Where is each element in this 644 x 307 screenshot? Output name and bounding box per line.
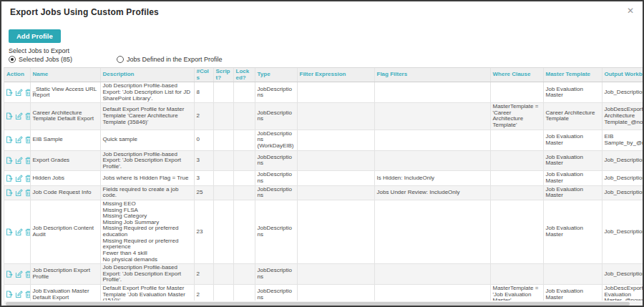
- cell-flag-filters: [374, 150, 490, 171]
- cell-script: [213, 185, 233, 200]
- cell-where-clause: [490, 150, 543, 171]
- cell-script: [213, 264, 233, 285]
- cell-name: Job Description Export Profile: [30, 264, 100, 285]
- cell-description: Fields required to create a job code.: [100, 185, 194, 200]
- table-row: Career Architecture Template Default Exp…: [4, 103, 643, 130]
- cell-locked: [233, 150, 255, 171]
- delete-icon[interactable]: [24, 291, 30, 298]
- copy-icon[interactable]: [6, 271, 14, 278]
- delete-icon[interactable]: [24, 271, 30, 278]
- table-row: Job Description Export ProfileJob Descri…: [4, 264, 643, 285]
- cell-action: [4, 82, 30, 103]
- column-header-master-template[interactable]: Master Template: [543, 68, 602, 82]
- copy-icon[interactable]: [6, 89, 14, 97]
- cell-master-template: Job Evaluation Master: [543, 130, 602, 150]
- export-jobs-dialog: Export Jobs Using Custom Profiles ✕ Add …: [0, 0, 644, 307]
- profiles-table: ActionNameDescription#ColsScript?Locked?…: [4, 68, 643, 301]
- edit-icon[interactable]: [15, 136, 23, 144]
- table-row: _Static View Access URL ReportJob Descri…: [4, 82, 643, 103]
- delete-icon[interactable]: [24, 112, 30, 120]
- cell-output-workbook: Job_Description_: [602, 185, 643, 200]
- radio-option-selected-jobs[interactable]: Selected Jobs (85): [9, 56, 72, 63]
- cell-output-workbook: Job_Description_: [602, 171, 643, 185]
- copy-icon[interactable]: [6, 175, 14, 182]
- cell-output-workbook: JobDescExport_fo Architecture Template_@…: [602, 103, 643, 130]
- edit-icon[interactable]: [15, 271, 23, 278]
- copy-icon[interactable]: [6, 189, 14, 197]
- cell-cols: 8: [194, 82, 213, 103]
- delete-icon[interactable]: [24, 189, 30, 197]
- radio-button[interactable]: [9, 56, 16, 63]
- radio-label: Selected Jobs (85): [19, 56, 72, 63]
- cell-type: JobDescriptions: [255, 264, 297, 285]
- column-header-where-clause[interactable]: Where Clause: [490, 68, 543, 82]
- edit-icon[interactable]: [15, 175, 23, 182]
- radio-label: Jobs Defined in the Export Profile: [127, 56, 223, 63]
- cell-name: Job Evaluation Master Default Export: [30, 285, 100, 301]
- column-header-description[interactable]: Description: [100, 68, 194, 82]
- column-header-type[interactable]: Type: [255, 68, 297, 82]
- cell-type: JobDescriptions: [255, 82, 297, 103]
- cell-locked: [233, 103, 255, 130]
- cell-type: JobDescriptions: [255, 185, 297, 200]
- cell-description: Default Export Profile for Master Templa…: [100, 103, 194, 130]
- copy-icon[interactable]: [6, 291, 14, 298]
- copy-icon[interactable]: [6, 136, 14, 144]
- copy-icon[interactable]: [6, 228, 14, 236]
- add-profile-button[interactable]: Add Profile: [9, 29, 61, 43]
- table-header-row: ActionNameDescription#ColsScript?Locked?…: [4, 68, 643, 82]
- column-header-name[interactable]: Name: [30, 68, 100, 82]
- column-header-locked[interactable]: Locked?: [233, 68, 255, 82]
- cell-where-clause: MasterTemplate = 'Career Architecture Te…: [490, 103, 543, 130]
- column-header-action[interactable]: Action: [4, 68, 30, 82]
- close-icon[interactable]: ✕: [627, 6, 634, 16]
- cell-output-workbook: Job_Description_: [602, 264, 643, 285]
- delete-icon[interactable]: [24, 228, 30, 236]
- cell-filter-expression: [297, 130, 374, 150]
- cell-description: Job Description Profile-based Export: 'J…: [100, 264, 194, 285]
- column-header-flag-filters[interactable]: Flag Filters: [374, 68, 490, 82]
- delete-icon[interactable]: [24, 175, 30, 182]
- column-header-cols[interactable]: #Cols: [194, 68, 213, 82]
- cell-action: [4, 264, 30, 285]
- column-header-output-workbook[interactable]: Output Workbook: [602, 68, 643, 82]
- cell-locked: [233, 82, 255, 103]
- cell-action: [4, 130, 30, 150]
- horizontal-scrollbar-thumb[interactable]: [6, 302, 630, 306]
- column-header-filter-expression[interactable]: Filter Expression: [297, 68, 374, 82]
- horizontal-scrollbar: [4, 301, 643, 306]
- edit-icon[interactable]: [15, 189, 23, 197]
- cell-master-template: Job Evaluation Master: [543, 185, 602, 200]
- cell-output-workbook: Job_Description_: [602, 82, 643, 103]
- column-header-script[interactable]: Script?: [213, 68, 233, 82]
- delete-icon[interactable]: [24, 157, 30, 165]
- edit-icon[interactable]: [15, 112, 23, 120]
- cell-description: Default Export Profile for Master Templa…: [100, 285, 194, 301]
- edit-icon[interactable]: [15, 157, 23, 165]
- cell-locked: [233, 264, 255, 285]
- cell-flag-filters: [374, 285, 490, 301]
- cell-description: Missing EEO Missing FLSA Missing Categor…: [100, 200, 194, 263]
- table-row: Hidden JobsJobs where Is Hidden Flag = T…: [4, 171, 643, 185]
- cell-where-clause: [490, 200, 543, 263]
- cell-script: [213, 171, 233, 185]
- edit-icon[interactable]: [15, 89, 23, 97]
- delete-icon[interactable]: [24, 136, 30, 144]
- cell-action: [4, 200, 30, 263]
- cell-name: _Static View Access URL Report: [30, 82, 100, 103]
- radio-option-jobs-in-profile[interactable]: Jobs Defined in the Export Profile: [117, 56, 223, 63]
- cell-flag-filters: [374, 130, 490, 150]
- copy-icon[interactable]: [6, 112, 14, 120]
- cell-locked: [233, 171, 255, 185]
- delete-icon[interactable]: [24, 89, 30, 97]
- cell-action: [4, 185, 30, 200]
- cell-master-template: Job Evaluation Master: [543, 82, 602, 103]
- cell-filter-expression: [297, 200, 374, 263]
- table-row: Job Description Content AuditMissing EEO…: [4, 200, 643, 263]
- edit-icon[interactable]: [15, 228, 23, 236]
- cell-filter-expression: [297, 185, 374, 200]
- cell-filter-expression: [297, 150, 374, 171]
- copy-icon[interactable]: [6, 157, 14, 165]
- radio-button[interactable]: [117, 56, 124, 63]
- edit-icon[interactable]: [15, 291, 23, 298]
